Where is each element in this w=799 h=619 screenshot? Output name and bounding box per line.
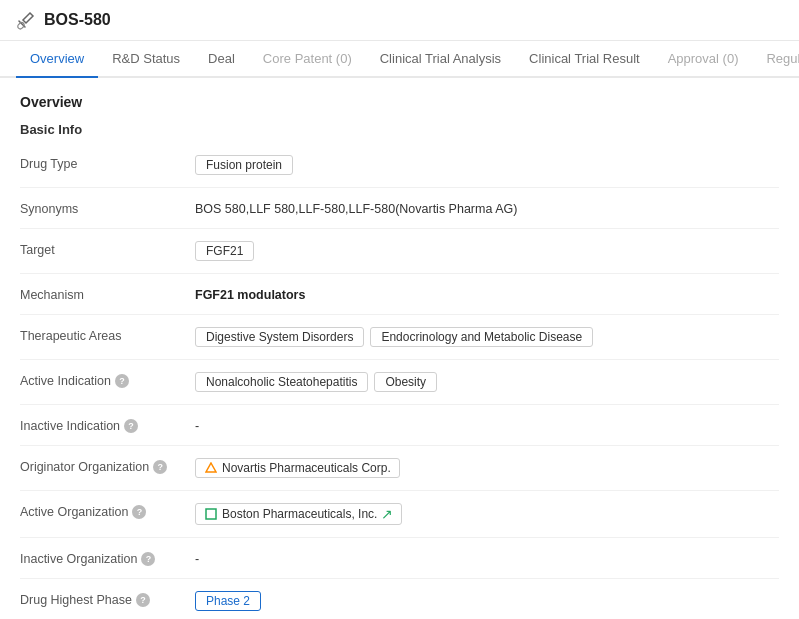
dash-inactive-org: -: [195, 550, 199, 566]
triangle-icon: [204, 461, 218, 475]
page-title: BOS-580: [44, 11, 111, 29]
pill-icon: [16, 10, 36, 30]
nav-tabs: OverviewR&D StatusDealCore Patent (0)Cli…: [0, 41, 799, 78]
tag-therapeutic-areas[interactable]: Endocrinology and Metabolic Disease: [370, 327, 593, 347]
help-icon-active-indication[interactable]: ?: [115, 374, 129, 388]
field-divider: [20, 404, 779, 405]
tab-regulation: Regulation (0): [752, 41, 799, 78]
tag-therapeutic-areas[interactable]: Digestive System Disorders: [195, 327, 364, 347]
field-row-originator-org: Originator Organization?Novartis Pharmac…: [20, 450, 779, 486]
org-name-active-org: Boston Pharmaceuticals, Inc.: [222, 507, 377, 521]
field-row-drug-type: Drug TypeFusion protein: [20, 147, 779, 183]
trend-up-icon: ↗: [381, 506, 393, 522]
field-divider: [20, 578, 779, 579]
field-divider: [20, 490, 779, 491]
field-label-mechanism: Mechanism: [20, 286, 195, 302]
help-icon-inactive-org[interactable]: ?: [141, 552, 155, 566]
tab-clinical-trial-analysis[interactable]: Clinical Trial Analysis: [366, 41, 515, 78]
field-value-drug-highest-phase: Phase 2: [195, 591, 779, 611]
tab-approval: Approval (0): [654, 41, 753, 78]
phase-tag[interactable]: Phase 2: [195, 591, 261, 611]
field-label-inactive-indication: Inactive Indication?: [20, 417, 195, 433]
field-divider: [20, 228, 779, 229]
svg-rect-0: [17, 21, 25, 29]
dash-inactive-indication: -: [195, 417, 199, 433]
help-icon-inactive-indication[interactable]: ?: [124, 419, 138, 433]
field-label-active-org: Active Organization?: [20, 503, 195, 519]
field-value-originator-org: Novartis Pharmaceuticals Corp.: [195, 458, 779, 478]
field-value-inactive-org: -: [195, 550, 779, 566]
field-value-mechanism: FGF21 modulators: [195, 286, 779, 302]
content-area: Overview Basic Info Drug TypeFusion prot…: [0, 78, 799, 617]
field-value-drug-type: Fusion protein: [195, 155, 779, 175]
tab-rd-status[interactable]: R&D Status: [98, 41, 194, 78]
square-icon: [204, 507, 218, 521]
field-value-active-org: Boston Pharmaceuticals, Inc.↗: [195, 503, 779, 525]
field-divider: [20, 537, 779, 538]
tag-active-indication[interactable]: Nonalcoholic Steatohepatitis: [195, 372, 368, 392]
field-row-inactive-org: Inactive Organization?-: [20, 542, 779, 574]
field-divider: [20, 445, 779, 446]
field-label-active-indication: Active Indication?: [20, 372, 195, 388]
field-row-drug-highest-phase: Drug Highest Phase?Phase 2: [20, 583, 779, 617]
section-title: Overview: [20, 94, 779, 110]
field-label-target: Target: [20, 241, 195, 257]
field-value-therapeutic-areas: Digestive System DisordersEndocrinology …: [195, 327, 779, 347]
field-row-therapeutic-areas: Therapeutic AreasDigestive System Disord…: [20, 319, 779, 355]
field-divider: [20, 273, 779, 274]
tag-active-indication[interactable]: Obesity: [374, 372, 437, 392]
help-icon-drug-highest-phase[interactable]: ?: [136, 593, 150, 607]
tab-core-patent: Core Patent (0): [249, 41, 366, 78]
field-label-drug-type: Drug Type: [20, 155, 195, 171]
field-divider: [20, 359, 779, 360]
fields-container: Drug TypeFusion proteinSynonymsBOS 580,L…: [20, 147, 779, 617]
svg-rect-2: [206, 509, 216, 519]
org-tag-active-org[interactable]: Boston Pharmaceuticals, Inc.↗: [195, 503, 402, 525]
field-row-active-org: Active Organization?Boston Pharmaceutica…: [20, 495, 779, 533]
field-row-inactive-indication: Inactive Indication?-: [20, 409, 779, 441]
tag-drug-type[interactable]: Fusion protein: [195, 155, 293, 175]
field-row-active-indication: Active Indication?Nonalcoholic Steatohep…: [20, 364, 779, 400]
help-icon-active-org[interactable]: ?: [132, 505, 146, 519]
field-value-synonyms: BOS 580,LLF 580,LLF-580,LLF-580(Novartis…: [195, 200, 779, 216]
help-icon-originator-org[interactable]: ?: [153, 460, 167, 474]
field-label-originator-org: Originator Organization?: [20, 458, 195, 474]
field-label-therapeutic-areas: Therapeutic Areas: [20, 327, 195, 343]
header: BOS-580: [0, 0, 799, 41]
tab-overview[interactable]: Overview: [16, 41, 98, 78]
field-divider: [20, 187, 779, 188]
svg-marker-1: [206, 463, 216, 472]
field-row-synonyms: SynonymsBOS 580,LLF 580,LLF-580,LLF-580(…: [20, 192, 779, 224]
field-value-target: FGF21: [195, 241, 779, 261]
subsection-title: Basic Info: [20, 122, 779, 137]
field-label-inactive-org: Inactive Organization?: [20, 550, 195, 566]
field-label-synonyms: Synonyms: [20, 200, 195, 216]
field-value-active-indication: Nonalcoholic SteatohepatitisObesity: [195, 372, 779, 392]
tab-deal[interactable]: Deal: [194, 41, 249, 78]
field-value-inactive-indication: -: [195, 417, 779, 433]
field-row-mechanism: MechanismFGF21 modulators: [20, 278, 779, 310]
org-name-originator-org: Novartis Pharmaceuticals Corp.: [222, 461, 391, 475]
tab-clinical-trial-result[interactable]: Clinical Trial Result: [515, 41, 654, 78]
field-label-drug-highest-phase: Drug Highest Phase?: [20, 591, 195, 607]
field-divider: [20, 314, 779, 315]
tag-target[interactable]: FGF21: [195, 241, 254, 261]
bold-text-mechanism: FGF21 modulators: [195, 286, 305, 302]
org-tag-originator-org[interactable]: Novartis Pharmaceuticals Corp.: [195, 458, 400, 478]
field-row-target: TargetFGF21: [20, 233, 779, 269]
text-synonyms: BOS 580,LLF 580,LLF-580,LLF-580(Novartis…: [195, 200, 517, 216]
